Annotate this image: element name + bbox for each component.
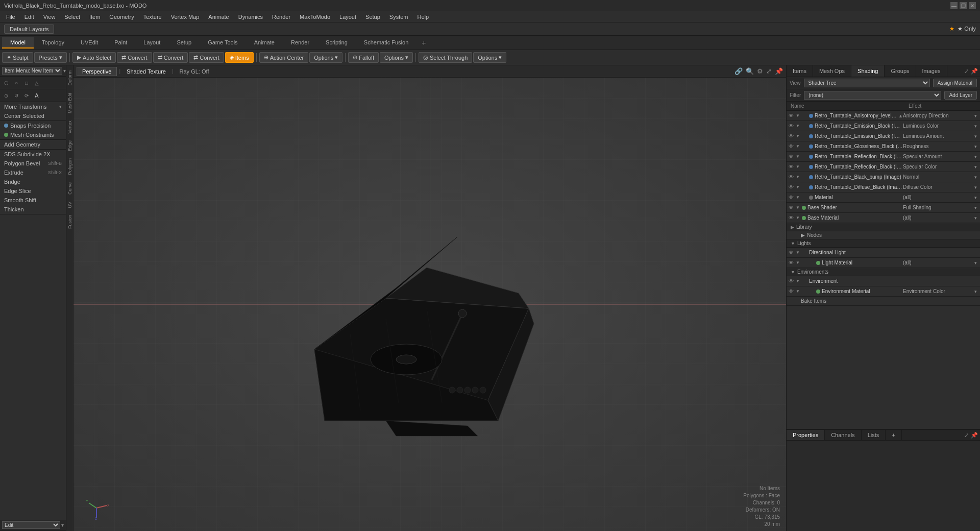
eye-icon-3[interactable]: 👁 — [789, 143, 796, 149]
extrude-item[interactable]: Extrude Shift-X — [0, 168, 66, 177]
row-caret-3[interactable]: ▾ — [974, 144, 978, 149]
eye-icon-light-material[interactable]: 👁 — [789, 260, 796, 266]
vtab-curve[interactable]: Curve — [66, 179, 74, 198]
eye-icon-4[interactable]: 👁 — [789, 154, 796, 159]
vtab-mesh-edit[interactable]: Mesh Edit — [66, 90, 74, 116]
expand-light-material[interactable]: ▼ — [796, 260, 802, 265]
expand-env-material[interactable]: ▼ — [796, 289, 802, 294]
tool-icon-5[interactable]: ⊙ — [1, 90, 11, 101]
convert-button-2[interactable]: ⇄ Convert — [153, 52, 188, 63]
edit-caret[interactable]: ▾ — [61, 522, 64, 528]
add-geometry-item[interactable]: Add Geometry — [0, 140, 66, 149]
menu-dynamics[interactable]: Dynamics — [234, 13, 267, 21]
falloff-button[interactable]: ⊘ Falloff — [348, 52, 379, 63]
rpb-expand-icon[interactable]: ⤢ — [964, 432, 969, 439]
viewport-search-icon[interactable]: 🔍 — [746, 67, 754, 75]
convert-button-3[interactable]: ⇄ Convert — [189, 52, 224, 63]
options-button-2[interactable]: Options ▾ — [380, 52, 413, 63]
tab-paint[interactable]: Paint — [106, 37, 135, 49]
view-tab-perspective[interactable]: Perspective — [77, 67, 117, 76]
tab-layout[interactable]: Layout — [135, 37, 168, 49]
rp-pin-icon[interactable]: 📌 — [971, 68, 978, 75]
menu-setup[interactable]: Setup — [361, 13, 384, 21]
menu-maxtomodo[interactable]: MaxToModo — [296, 13, 334, 21]
rp-tab-items[interactable]: Items — [787, 65, 813, 77]
tool-icon-7[interactable]: ⟳ — [21, 90, 32, 101]
shader-row-4[interactable]: 👁 ▼ Retro_Turntable_Reflection_Black (Im… — [787, 152, 980, 162]
shader-row-dir-light[interactable]: 👁 ▼ Directional Light — [787, 248, 980, 258]
items-button[interactable]: ◈ Items — [225, 52, 254, 63]
menu-help[interactable]: Help — [413, 13, 433, 21]
library-section[interactable]: ▶ Library — [787, 223, 980, 231]
shader-row-7[interactable]: 👁 ▼ Retro_Turntable_Diffuse_Black (Image… — [787, 182, 980, 192]
tool-icon-3[interactable]: □ — [21, 78, 32, 88]
vtab-vertex[interactable]: Vertex — [66, 117, 74, 137]
expand-base-shader[interactable]: ▼ — [796, 205, 802, 210]
expand-5[interactable]: ▼ — [796, 164, 802, 169]
eye-icon-dir-light[interactable]: 👁 — [789, 250, 796, 255]
expand-7[interactable]: ▼ — [796, 185, 802, 189]
rp-tab-images[interactable]: Images — [916, 65, 947, 77]
shader-row-environment[interactable]: 👁 ▼ Environment — [787, 276, 980, 286]
menu-item[interactable]: Item — [85, 13, 104, 21]
viewport-link-icon[interactable]: 🔗 — [734, 67, 743, 75]
sds-subdivide-item[interactable]: SDS Subdivide 2X — [0, 150, 66, 159]
tool-icon-4[interactable]: △ — [32, 78, 42, 88]
expand-base-material[interactable]: ▼ — [796, 215, 802, 220]
snaps-precision-item[interactable]: Snaps Precision — [0, 121, 66, 130]
tab-animate[interactable]: Animate — [246, 37, 283, 49]
expand-3[interactable]: ▼ — [796, 144, 802, 149]
menu-layout[interactable]: Layout — [335, 13, 360, 21]
ray-gl-btn[interactable]: Ray GL: Off — [176, 67, 213, 76]
row-caret-6[interactable]: ▾ — [974, 175, 978, 180]
rp-tab-shading[interactable]: Shading — [851, 65, 885, 77]
presets-button[interactable]: Presets ▾ — [34, 52, 67, 63]
expand-environment[interactable]: ▼ — [796, 279, 802, 283]
menu-edit[interactable]: Edit — [20, 13, 38, 21]
eye-icon-material[interactable]: 👁 — [789, 195, 796, 200]
menu-select[interactable]: Select — [60, 13, 84, 21]
menu-vertex-map[interactable]: Vertex Map — [167, 13, 204, 21]
vtab-uv[interactable]: UV — [66, 199, 74, 211]
eye-icon-0[interactable]: 👁 — [789, 113, 796, 118]
select-through-button[interactable]: ◎ Select Through — [419, 52, 472, 63]
viewport[interactable]: X Y Z No Items Polygons : Face Channels:… — [74, 78, 786, 531]
menu-animate[interactable]: Animate — [204, 13, 233, 21]
item-menu-caret[interactable]: ▾ — [63, 68, 66, 74]
viewport-settings-icon[interactable]: ⚙ — [757, 67, 763, 75]
vtab-edge[interactable]: Edge — [66, 137, 74, 154]
row-caret-4[interactable]: ▾ — [974, 154, 978, 159]
smooth-shift-item[interactable]: Smooth Shift — [0, 196, 66, 205]
rpb-tab-plus[interactable]: + — [886, 430, 901, 440]
rpb-pin-icon[interactable]: 📌 — [971, 432, 978, 439]
edit-select[interactable]: Edit — [2, 521, 60, 529]
menu-file[interactable]: File — [2, 13, 19, 21]
shader-row-light-material[interactable]: 👁 ▼ Light Material (all) ▾ — [787, 258, 980, 268]
row-caret-0[interactable]: ▾ — [974, 113, 978, 118]
options-button-3[interactable]: Options ▾ — [473, 52, 506, 63]
minimize-button[interactable]: — — [950, 2, 958, 9]
menu-render[interactable]: Render — [268, 13, 295, 21]
row-caret-material[interactable]: ▾ — [974, 195, 978, 200]
eye-icon-1[interactable]: 👁 — [789, 123, 796, 129]
vtab-polygon[interactable]: Polygon — [66, 155, 74, 178]
item-menu-select[interactable]: Item Menu: New Item — [2, 67, 62, 75]
tab-scripting[interactable]: Scripting — [317, 37, 356, 49]
shaded-texture-btn[interactable]: Shaded Texture — [122, 67, 170, 76]
more-transforms-item[interactable]: More Transforms ▾ — [0, 102, 66, 111]
rpb-tab-channels[interactable]: Channels — [825, 430, 861, 440]
shader-row-6[interactable]: 👁 ▼ Retro_Turntable_Black_bump (Image) N… — [787, 172, 980, 182]
shader-row-0[interactable]: 👁 ▼ Retro_Turntable_Anisotropy_level_Bla… — [787, 111, 980, 121]
action-center-button[interactable]: ⊕ Action Center — [259, 52, 309, 63]
tool-icon-6[interactable]: ↺ — [11, 90, 21, 101]
expand-0[interactable]: ▼ — [796, 113, 802, 118]
tab-model[interactable]: Model — [2, 37, 34, 49]
shader-row-5[interactable]: 👁 ▼ Retro_Turntable_Reflection_Black (Im… — [787, 162, 980, 172]
center-selected-item[interactable]: Center Selected — [0, 111, 66, 120]
default-layouts-dropdown[interactable]: Default Layouts — [4, 25, 54, 34]
assign-material-button[interactable]: Assign Material — [933, 79, 977, 87]
tab-setup[interactable]: Setup — [168, 37, 200, 49]
tool-icon-1[interactable]: ⬡ — [1, 78, 11, 88]
row-caret-base-material[interactable]: ▾ — [974, 215, 978, 221]
rp-tab-mesh-ops[interactable]: Mesh Ops — [813, 65, 851, 77]
